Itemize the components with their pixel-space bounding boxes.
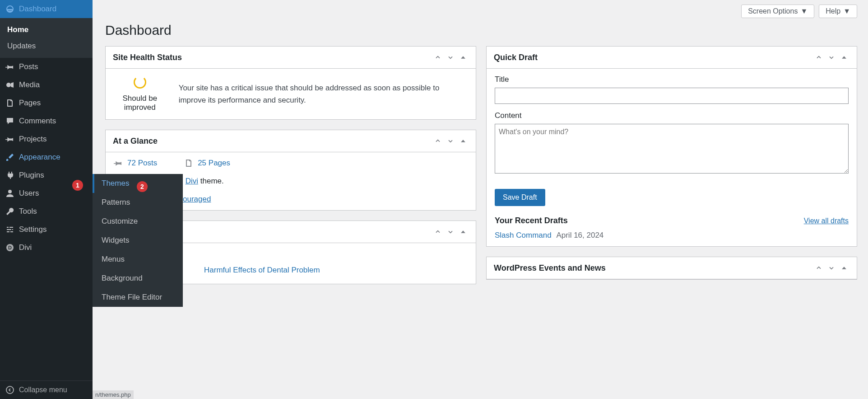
glance-pages-label: 25 Pages [198, 159, 230, 168]
pages-icon [5, 99, 14, 108]
media-icon [5, 80, 14, 89]
svg-text:D: D [8, 245, 12, 250]
health-status: Should be improved [115, 94, 165, 112]
flyout-editor[interactable]: Theme File Editor [93, 288, 183, 307]
box-title: At a Glance [113, 136, 158, 146]
menu-label: Tools [19, 207, 37, 216]
menu-label: Divi [19, 243, 32, 252]
svg-point-1 [8, 190, 12, 193]
glance-pages[interactable]: 25 Pages [184, 159, 230, 168]
pin-icon [114, 159, 123, 168]
menu-label: Posts [19, 62, 38, 71]
toggle-icon[interactable] [839, 52, 849, 63]
plug-icon [5, 171, 14, 180]
move-down-icon[interactable] [445, 52, 456, 63]
glance-posts-label: 72 Posts [127, 159, 157, 168]
flyout-background[interactable]: Background [93, 269, 183, 288]
submenu-home[interactable]: Home [0, 22, 93, 38]
toggle-icon[interactable] [458, 226, 469, 237]
collapse-label: Collapse menu [19, 386, 67, 394]
dashboard-icon [5, 5, 14, 14]
menu-label: Projects [19, 135, 46, 144]
flyout-menus[interactable]: Menus [93, 250, 183, 269]
site-health-box: Site Health Status Should be improved Yo… [105, 46, 476, 120]
draft-item-link[interactable]: Slash Command [495, 231, 552, 239]
activity-link[interactable]: Harmful Effects of Dental Problem [204, 266, 320, 275]
menu-label: Dashboard [19, 5, 56, 14]
content-label: Content [495, 111, 849, 120]
submenu-updates[interactable]: Updates [0, 38, 93, 54]
caret-down-icon: ▼ [843, 7, 850, 15]
move-down-icon[interactable] [826, 263, 837, 273]
move-up-icon[interactable] [813, 52, 824, 63]
menu-label: Plugins [19, 171, 44, 180]
menu-tools[interactable]: Tools [0, 202, 93, 221]
box-title: Quick Draft [494, 53, 538, 62]
collapse-icon [5, 385, 14, 394]
draft-title-input[interactable] [495, 88, 849, 104]
caret-down-icon: ▼ [800, 7, 808, 15]
menu-label: Appearance [19, 153, 60, 162]
spinner-icon [134, 76, 146, 89]
user-icon [5, 189, 14, 198]
top-bar: Screen Options ▼ Help ▼ [105, 0, 857, 23]
recent-drafts-title: Your Recent Drafts [495, 216, 568, 225]
toggle-icon[interactable] [458, 52, 469, 63]
svg-point-0 [6, 83, 11, 87]
move-down-icon[interactable] [445, 136, 456, 146]
admin-sidebar: Dashboard Home Updates Posts Media Pages… [0, 0, 93, 399]
divi-icon: D [5, 243, 14, 252]
collapse-menu[interactable]: Collapse menu [0, 380, 93, 399]
status-bar: n/themes.php [93, 390, 134, 399]
help-button[interactable]: Help ▼ [819, 5, 857, 18]
appearance-flyout: Themes Patterns Customize Widgets Menus … [93, 174, 183, 307]
draft-item: Slash Command April 16, 2024 [495, 231, 849, 240]
view-all-drafts-link[interactable]: View all drafts [804, 217, 849, 225]
menu-posts[interactable]: Posts [0, 58, 93, 76]
menu-label: Pages [19, 99, 41, 108]
main-content: Screen Options ▼ Help ▼ Dashboard Site H… [93, 0, 868, 399]
flyout-widgets[interactable]: Widgets [93, 231, 183, 250]
glance-posts[interactable]: 72 Posts [114, 159, 157, 168]
menu-divi[interactable]: D Divi [0, 239, 93, 257]
draft-item-date: April 16, 2024 [556, 231, 603, 239]
move-up-icon[interactable] [432, 136, 443, 146]
box-title: Site Health Status [113, 53, 182, 62]
discouraged-link[interactable]: couraged [179, 195, 211, 203]
button-label: Help [826, 7, 840, 15]
menu-label: Users [19, 189, 39, 198]
menu-settings[interactable]: Settings [0, 221, 93, 239]
flyout-patterns[interactable]: Patterns [93, 193, 183, 212]
menu-projects[interactable]: Projects [0, 130, 93, 148]
comment-icon [5, 117, 14, 126]
move-up-icon[interactable] [813, 263, 824, 273]
annotation-badge-2: 2 [137, 181, 148, 192]
pages-icon [184, 159, 193, 168]
screen-options-button[interactable]: Screen Options ▼ [741, 5, 814, 18]
move-down-icon[interactable] [826, 52, 837, 63]
menu-media[interactable]: Media [0, 76, 93, 94]
flyout-customize[interactable]: Customize [93, 212, 183, 231]
menu-dashboard[interactable]: Dashboard [0, 0, 93, 18]
move-down-icon[interactable] [445, 226, 456, 237]
move-up-icon[interactable] [432, 226, 443, 237]
draft-content-input[interactable] [495, 124, 849, 174]
menu-appearance[interactable]: Appearance [0, 148, 93, 166]
theme-link[interactable]: Divi [186, 177, 198, 185]
health-message: Your site has a critical issue that shou… [179, 82, 467, 106]
toggle-icon[interactable] [458, 136, 469, 146]
text-fragment: theme. [198, 177, 224, 185]
menu-label: Settings [19, 225, 46, 234]
page-title: Dashboard [105, 23, 857, 38]
svg-point-4 [6, 386, 14, 394]
save-draft-button[interactable]: Save Draft [495, 189, 545, 206]
toggle-icon[interactable] [839, 263, 849, 273]
sliders-icon [5, 225, 14, 234]
menu-comments[interactable]: Comments [0, 112, 93, 130]
quick-draft-box: Quick Draft Title Content [486, 46, 857, 247]
dashboard-submenu: Home Updates [0, 18, 93, 58]
move-up-icon[interactable] [432, 52, 443, 63]
menu-label: Comments [19, 117, 56, 126]
title-label: Title [495, 75, 849, 84]
menu-pages[interactable]: Pages [0, 94, 93, 112]
